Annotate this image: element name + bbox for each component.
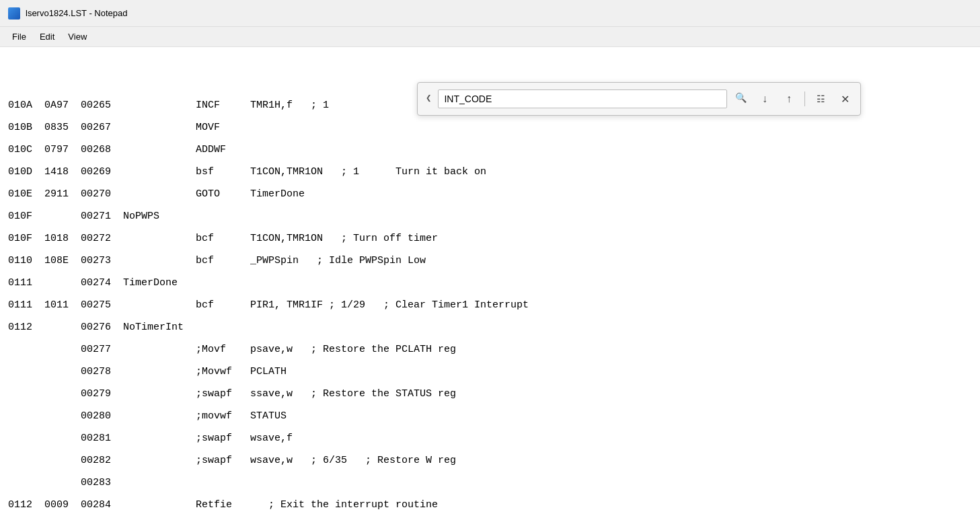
find-bar: ❮ 🔍 ↓ ↑ ☷ ✕ [417, 82, 861, 116]
find-collapse-icon[interactable]: ❮ [423, 89, 434, 109]
code-content: 010A 0A97 00265 INCF TMR1H,f ; 1010B 083… [0, 47, 537, 516]
table-row: 010D 1418 00269 bsf T1CON,TMR1ON ; 1 Tur… [8, 161, 529, 183]
search-icon[interactable]: 🔍 [731, 89, 751, 109]
app-icon [8, 7, 20, 20]
table-row: 0111 00274 TimerDone [8, 272, 529, 294]
table-row: 0110 108E 00273 bcf _PWPSpin ; Idle PWPS… [8, 250, 529, 272]
table-row: 010E 2911 00270 GOTO TimerDone [8, 183, 529, 205]
menu-view[interactable]: View [61, 29, 93, 44]
editor-area: 010A 0A97 00265 INCF TMR1H,f ; 1010B 083… [0, 47, 980, 516]
menu-bar: File Edit View [0, 27, 980, 47]
find-close-button[interactable]: ✕ [835, 89, 855, 109]
table-row: 0112 0009 00284 Retfie ; Exit the interr… [8, 494, 529, 516]
table-row: 00277 ;Movf psave,w ; Restore the PCLATH… [8, 338, 529, 361]
menu-edit[interactable]: Edit [33, 29, 61, 44]
title-bar: lservo1824.LST - Notepad [0, 0, 980, 27]
table-row: 010F 1018 00272 bcf T1CON,TMR1ON ; Turn … [8, 227, 529, 250]
table-row: 00279 ;swapf ssave,w ; Restore the STATU… [8, 383, 529, 405]
menu-file[interactable]: File [5, 29, 33, 44]
window-title: lservo1824.LST - Notepad [26, 8, 128, 18]
find-next-button[interactable]: ↓ [755, 89, 775, 109]
table-row: 00283 [8, 472, 529, 494]
table-row: 00278 ;Movwf PCLATH [8, 361, 529, 383]
table-row: 00280 ;movwf STATUS [8, 405, 529, 427]
table-row: 010B 0835 00267 MOVF [8, 116, 529, 139]
table-row: 010C 0797 00268 ADDWF [8, 139, 529, 161]
table-row: 00282 ;swapf wsave,w ; 6/35 ; Restore W … [8, 449, 529, 472]
table-row: 0112 00276 NoTimerInt [8, 316, 529, 338]
find-divider [804, 91, 805, 106]
find-prev-button[interactable]: ↑ [779, 89, 799, 109]
find-options-button[interactable]: ☷ [811, 89, 831, 109]
table-row: 0111 1011 00275 bcf PIR1, TMR1IF ; 1/29 … [8, 294, 529, 316]
table-row: 00281 ;swapf wsave,f [8, 427, 529, 449]
table-row: 010F 00271 NoPWPS [8, 205, 529, 227]
find-input[interactable] [438, 89, 727, 108]
